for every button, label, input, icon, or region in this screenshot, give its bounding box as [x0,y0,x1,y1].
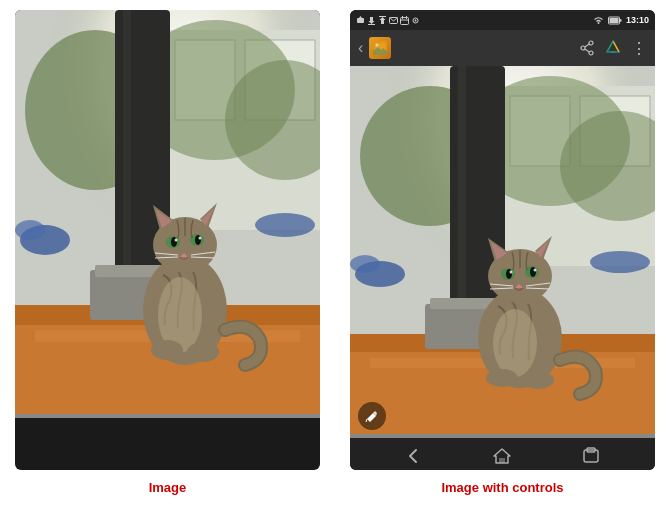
right-panel: 13:10 ‹ [335,0,670,525]
svg-point-36 [151,340,183,360]
drive-icon[interactable] [605,40,621,56]
svg-rect-9 [123,10,131,290]
svg-point-105 [486,369,518,387]
pencil-icon [365,409,379,423]
svg-point-37 [187,342,219,362]
left-label: Image [149,480,187,495]
svg-point-12 [255,213,315,237]
svg-point-62 [589,51,593,55]
svg-marker-44 [380,17,386,20]
bottom-nav-bar [350,438,655,470]
photo-app-icon [373,41,387,55]
back-button[interactable]: ‹ [358,39,363,57]
main-container: Image [0,0,670,525]
nav-home-button[interactable] [492,446,512,466]
left-phone-screen [15,10,320,470]
more-options-button[interactable]: ⋮ [631,39,647,58]
svg-rect-45 [379,16,386,17]
svg-line-107 [366,419,367,422]
svg-point-58 [376,44,379,47]
svg-point-98 [510,271,513,274]
svg-marker-39 [359,16,362,18]
svg-rect-55 [620,19,622,22]
upload-icon [378,16,387,25]
svg-rect-47 [401,17,409,24]
svg-point-99 [534,269,537,272]
status-bar-left [356,16,420,25]
share-icon[interactable] [579,40,595,56]
right-label: Image with controls [441,480,563,495]
svg-point-96 [506,269,512,279]
email-status-icon [389,16,398,25]
left-panel: Image [0,0,335,525]
svg-point-11 [15,220,45,240]
app-bar[interactable]: ‹ [350,30,655,66]
svg-point-61 [581,46,585,50]
svg-rect-109 [499,458,505,463]
wifi-icon [593,16,604,25]
svg-line-64 [585,49,589,52]
svg-line-67 [613,41,619,52]
status-bar: 13:10 [350,10,655,30]
svg-rect-78 [458,66,466,321]
status-bar-right: 13:10 [593,15,649,25]
svg-point-52 [415,19,417,21]
svg-point-80 [350,255,380,273]
svg-point-30 [199,237,202,240]
svg-point-81 [590,251,650,273]
edit-icon-overlay[interactable] [358,402,386,430]
svg-point-60 [589,41,593,45]
svg-rect-42 [368,24,375,25]
right-cat-image [350,66,655,438]
right-label-area: Image with controls [441,478,563,496]
settings-status-icon [411,16,420,25]
svg-line-68 [607,41,613,52]
svg-rect-38 [357,18,364,23]
svg-marker-41 [369,21,375,24]
svg-point-106 [522,371,554,389]
download-icon [367,16,376,25]
svg-point-88 [493,309,537,377]
app-bar-right: ⋮ [579,39,647,58]
left-label-area: Image [149,478,187,496]
cat-scene-right [350,66,655,434]
cat-scene-left [15,10,320,414]
left-cat-image [15,10,320,418]
notification-icon [356,16,365,25]
svg-rect-40 [370,17,373,21]
status-time: 13:10 [626,15,649,25]
svg-line-63 [585,44,589,47]
nav-back-button[interactable] [404,446,424,466]
battery-icon [608,16,622,25]
svg-rect-54 [609,18,618,23]
svg-point-97 [530,267,536,277]
svg-marker-65 [607,41,619,52]
svg-point-27 [171,237,177,247]
app-icon [369,37,391,59]
calendar-status-icon [400,16,409,25]
svg-point-28 [195,235,201,245]
svg-rect-43 [381,20,384,24]
right-phone-screen: 13:10 ‹ [350,10,655,470]
nav-recents-button[interactable] [581,446,601,466]
app-bar-left: ‹ [358,37,391,59]
svg-point-29 [175,239,178,242]
